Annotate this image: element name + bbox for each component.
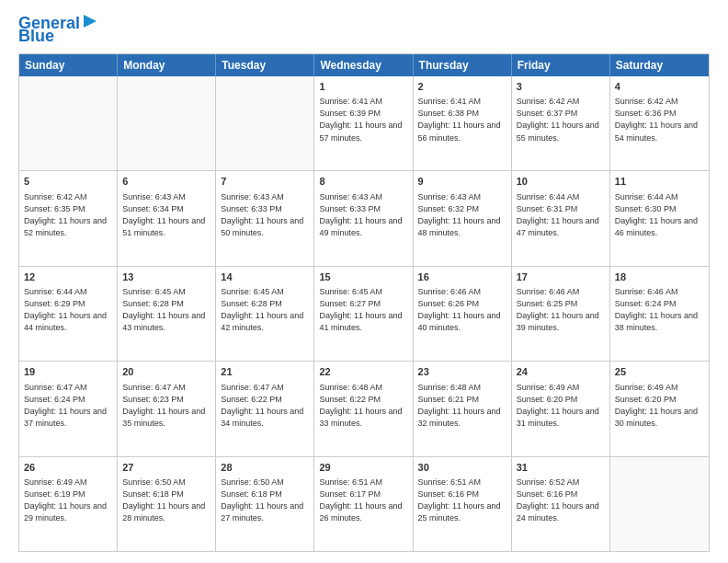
- empty-cell: [610, 457, 709, 551]
- day-cell-31: 31Sunrise: 6:52 AM Sunset: 6:16 PM Dayli…: [512, 457, 610, 551]
- day-info: Sunrise: 6:46 AM Sunset: 6:25 PM Dayligh…: [517, 286, 605, 334]
- day-info: Sunrise: 6:43 AM Sunset: 6:32 PM Dayligh…: [418, 191, 506, 239]
- day-cell-27: 27Sunrise: 6:50 AM Sunset: 6:18 PM Dayli…: [118, 457, 216, 551]
- day-info: Sunrise: 6:48 AM Sunset: 6:21 PM Dayligh…: [418, 382, 506, 430]
- day-cell-6: 6Sunrise: 6:43 AM Sunset: 6:34 PM Daylig…: [118, 171, 216, 265]
- day-cell-13: 13Sunrise: 6:45 AM Sunset: 6:28 PM Dayli…: [118, 267, 216, 361]
- day-number: 9: [418, 175, 506, 189]
- empty-cell: [19, 76, 118, 170]
- day-number: 3: [517, 80, 605, 94]
- day-number: 26: [24, 461, 112, 475]
- day-info: Sunrise: 6:48 AM Sunset: 6:22 PM Dayligh…: [319, 382, 407, 430]
- day-number: 2: [418, 80, 506, 94]
- day-number: 16: [418, 270, 506, 284]
- day-number: 18: [615, 270, 704, 284]
- page: General Blue SundayMondayTuesdayWednesda…: [0, 0, 728, 563]
- day-info: Sunrise: 6:49 AM Sunset: 6:19 PM Dayligh…: [24, 477, 112, 524]
- day-info: Sunrise: 6:51 AM Sunset: 6:16 PM Dayligh…: [418, 477, 506, 524]
- logo-blue: Blue: [18, 28, 54, 44]
- day-cell-12: 12Sunrise: 6:44 AM Sunset: 6:29 PM Dayli…: [19, 267, 118, 361]
- day-info: Sunrise: 6:44 AM Sunset: 6:31 PM Dayligh…: [517, 191, 605, 239]
- day-number: 4: [615, 80, 704, 94]
- day-cell-9: 9Sunrise: 6:43 AM Sunset: 6:32 PM Daylig…: [414, 171, 512, 265]
- day-info: Sunrise: 6:41 AM Sunset: 6:39 PM Dayligh…: [319, 96, 407, 144]
- day-info: Sunrise: 6:44 AM Sunset: 6:29 PM Dayligh…: [24, 286, 112, 334]
- day-info: Sunrise: 6:46 AM Sunset: 6:26 PM Dayligh…: [418, 286, 506, 334]
- calendar-row-1: 1Sunrise: 6:41 AM Sunset: 6:39 PM Daylig…: [19, 76, 709, 171]
- day-cell-26: 26Sunrise: 6:49 AM Sunset: 6:19 PM Dayli…: [19, 457, 118, 551]
- day-number: 17: [517, 270, 605, 284]
- day-info: Sunrise: 6:42 AM Sunset: 6:36 PM Dayligh…: [615, 96, 704, 144]
- day-number: 8: [319, 175, 407, 189]
- day-number: 25: [615, 365, 704, 379]
- day-info: Sunrise: 6:51 AM Sunset: 6:17 PM Dayligh…: [319, 477, 407, 524]
- day-number: 29: [319, 461, 407, 475]
- day-number: 30: [418, 461, 506, 475]
- day-cell-21: 21Sunrise: 6:47 AM Sunset: 6:22 PM Dayli…: [216, 362, 314, 455]
- logo: General Blue: [18, 15, 98, 44]
- calendar: SundayMondayTuesdayWednesdayThursdayFrid…: [18, 53, 710, 552]
- header-day-tuesday: Tuesday: [216, 54, 314, 76]
- day-cell-7: 7Sunrise: 6:43 AM Sunset: 6:33 PM Daylig…: [216, 171, 314, 265]
- day-cell-14: 14Sunrise: 6:45 AM Sunset: 6:28 PM Dayli…: [216, 267, 314, 361]
- empty-cell: [118, 76, 216, 170]
- day-cell-10: 10Sunrise: 6:44 AM Sunset: 6:31 PM Dayli…: [512, 171, 610, 265]
- calendar-row-4: 19Sunrise: 6:47 AM Sunset: 6:24 PM Dayli…: [19, 362, 709, 456]
- day-cell-23: 23Sunrise: 6:48 AM Sunset: 6:21 PM Dayli…: [414, 362, 512, 455]
- calendar-body: 1Sunrise: 6:41 AM Sunset: 6:39 PM Daylig…: [19, 76, 709, 551]
- day-number: 12: [24, 270, 112, 284]
- day-cell-16: 16Sunrise: 6:46 AM Sunset: 6:26 PM Dayli…: [414, 267, 512, 361]
- day-number: 28: [221, 461, 309, 475]
- day-cell-5: 5Sunrise: 6:42 AM Sunset: 6:35 PM Daylig…: [19, 171, 118, 265]
- day-info: Sunrise: 6:44 AM Sunset: 6:30 PM Dayligh…: [615, 191, 704, 239]
- header-day-saturday: Saturday: [610, 54, 709, 76]
- day-cell-29: 29Sunrise: 6:51 AM Sunset: 6:17 PM Dayli…: [314, 457, 413, 551]
- day-info: Sunrise: 6:47 AM Sunset: 6:24 PM Dayligh…: [24, 382, 112, 430]
- day-cell-19: 19Sunrise: 6:47 AM Sunset: 6:24 PM Dayli…: [19, 362, 118, 455]
- day-cell-8: 8Sunrise: 6:43 AM Sunset: 6:33 PM Daylig…: [314, 171, 413, 265]
- day-cell-18: 18Sunrise: 6:46 AM Sunset: 6:24 PM Dayli…: [610, 267, 709, 361]
- day-number: 15: [319, 270, 407, 284]
- day-number: 5: [24, 175, 112, 189]
- day-number: 24: [517, 365, 605, 379]
- day-number: 10: [517, 175, 605, 189]
- day-cell-30: 30Sunrise: 6:51 AM Sunset: 6:16 PM Dayli…: [414, 457, 512, 551]
- day-cell-2: 2Sunrise: 6:41 AM Sunset: 6:38 PM Daylig…: [414, 76, 512, 170]
- day-cell-24: 24Sunrise: 6:49 AM Sunset: 6:20 PM Dayli…: [512, 362, 610, 455]
- day-cell-25: 25Sunrise: 6:49 AM Sunset: 6:20 PM Dayli…: [610, 362, 709, 455]
- day-number: 27: [122, 461, 210, 475]
- calendar-header: SundayMondayTuesdayWednesdayThursdayFrid…: [19, 54, 709, 76]
- day-number: 11: [615, 175, 704, 189]
- day-number: 1: [319, 80, 407, 94]
- day-number: 13: [122, 270, 210, 284]
- calendar-row-3: 12Sunrise: 6:44 AM Sunset: 6:29 PM Dayli…: [19, 267, 709, 362]
- day-info: Sunrise: 6:49 AM Sunset: 6:20 PM Dayligh…: [517, 382, 605, 430]
- logo-arrow-icon: [82, 13, 98, 29]
- day-cell-22: 22Sunrise: 6:48 AM Sunset: 6:22 PM Dayli…: [314, 362, 413, 455]
- day-info: Sunrise: 6:43 AM Sunset: 6:33 PM Dayligh…: [221, 191, 309, 239]
- day-info: Sunrise: 6:41 AM Sunset: 6:38 PM Dayligh…: [418, 96, 506, 144]
- day-info: Sunrise: 6:46 AM Sunset: 6:24 PM Dayligh…: [615, 286, 704, 334]
- day-info: Sunrise: 6:47 AM Sunset: 6:23 PM Dayligh…: [122, 382, 210, 430]
- day-number: 21: [221, 365, 309, 379]
- day-info: Sunrise: 6:45 AM Sunset: 6:28 PM Dayligh…: [122, 286, 210, 334]
- day-cell-3: 3Sunrise: 6:42 AM Sunset: 6:37 PM Daylig…: [512, 76, 610, 170]
- day-info: Sunrise: 6:42 AM Sunset: 6:37 PM Dayligh…: [517, 96, 605, 144]
- header: General Blue: [18, 15, 710, 44]
- day-info: Sunrise: 6:49 AM Sunset: 6:20 PM Dayligh…: [615, 382, 704, 430]
- header-day-wednesday: Wednesday: [314, 54, 413, 76]
- day-number: 19: [24, 365, 112, 379]
- day-info: Sunrise: 6:45 AM Sunset: 6:28 PM Dayligh…: [221, 286, 309, 334]
- day-cell-28: 28Sunrise: 6:50 AM Sunset: 6:18 PM Dayli…: [216, 457, 314, 551]
- day-info: Sunrise: 6:50 AM Sunset: 6:18 PM Dayligh…: [221, 477, 309, 524]
- day-info: Sunrise: 6:50 AM Sunset: 6:18 PM Dayligh…: [122, 477, 210, 524]
- day-info: Sunrise: 6:52 AM Sunset: 6:16 PM Dayligh…: [517, 477, 605, 524]
- day-info: Sunrise: 6:45 AM Sunset: 6:27 PM Dayligh…: [319, 286, 407, 334]
- day-cell-11: 11Sunrise: 6:44 AM Sunset: 6:30 PM Dayli…: [610, 171, 709, 265]
- day-cell-15: 15Sunrise: 6:45 AM Sunset: 6:27 PM Dayli…: [314, 267, 413, 361]
- day-info: Sunrise: 6:47 AM Sunset: 6:22 PM Dayligh…: [221, 382, 309, 430]
- day-cell-4: 4Sunrise: 6:42 AM Sunset: 6:36 PM Daylig…: [610, 76, 709, 170]
- day-number: 14: [221, 270, 309, 284]
- header-day-sunday: Sunday: [19, 54, 118, 76]
- calendar-row-2: 5Sunrise: 6:42 AM Sunset: 6:35 PM Daylig…: [19, 171, 709, 266]
